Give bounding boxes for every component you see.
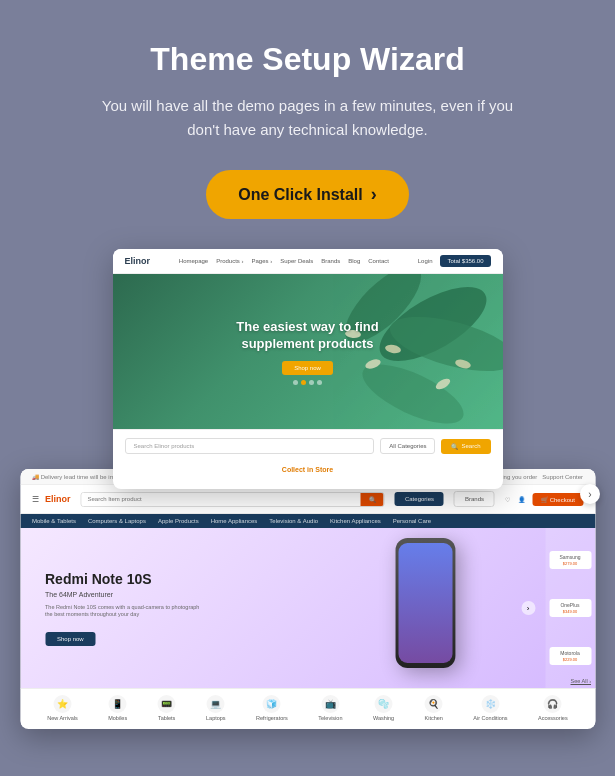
subnav-kitchen-app: Kitchen Appliances: [330, 518, 381, 524]
carousel-dots: [133, 380, 483, 385]
product-strip-item-3: Motorola$229.00: [549, 647, 591, 665]
subnav-tv: Television & Audio: [269, 518, 318, 524]
supplement-navbar: Elinor Homepage Products › Pages › Super…: [113, 249, 503, 274]
supplement-hero-banner: The easiest way to findsupplement produc…: [113, 274, 503, 429]
electronics-hero-desc: The Redmi Note 10S comes with a quad-cam…: [45, 604, 205, 619]
electronics-navbar: ☰ Elinor 🔍 Categories Brands ♡ 👤 🛒 Check…: [20, 485, 595, 514]
subnav-personal: Personal Care: [393, 518, 431, 524]
electronics-subnav: Mobile & Tablets Computers & Laptops App…: [20, 514, 595, 528]
hero-subtitle: You will have all the demo pages in a fe…: [88, 94, 528, 142]
hamburger-icon: ☰: [32, 495, 39, 504]
product-strip-item-1: Samsung$279.00: [549, 551, 591, 569]
category-mobiles: 📱 Mobiles: [108, 695, 127, 721]
page-title: Theme Setup Wizard: [60, 40, 555, 78]
new-arrivals-icon: ⭐: [54, 695, 72, 713]
dot-1: [293, 380, 298, 385]
refrigerators-icon: 🧊: [263, 695, 281, 713]
wishlist-icon: ♡: [505, 496, 510, 503]
electronics-search-bar: 🔍: [81, 492, 385, 507]
electronics-shop-button: Shop now: [45, 632, 96, 646]
supplement-search-button: 🔍 Search: [441, 439, 490, 454]
supplement-nav-right: Login Total $356.00: [418, 255, 491, 267]
supplement-hero-title: The easiest way to findsupplement produc…: [133, 319, 483, 353]
mobiles-icon: 📱: [109, 695, 127, 713]
shop-now-button: Shop now: [282, 361, 333, 375]
product-strip: Samsung$279.00 OnePlus$349.00 Motorola$2…: [545, 528, 595, 688]
kitchen-icon: 🍳: [425, 695, 443, 713]
category-accessories: 🎧 Accessories: [538, 695, 568, 721]
electronics-cart-button: 🛒 Checkout: [533, 493, 583, 506]
electronics-nav-left: ☰ Elinor: [32, 494, 71, 504]
tablets-icon: 📟: [158, 695, 176, 713]
electronics-search-button: 🔍: [361, 493, 384, 506]
dot-2: [301, 380, 306, 385]
carousel-next-arrow[interactable]: ›: [580, 484, 600, 504]
product-strip-item-2: OnePlus$349.00: [549, 599, 591, 617]
preview-area: Elinor Homepage Products › Pages › Super…: [20, 249, 595, 739]
electronics-hero-title: Redmi Note 10S: [45, 571, 205, 587]
television-icon: 📺: [321, 695, 339, 713]
supplement-category-select: All Categories: [380, 438, 435, 454]
install-button-label: One Click Install: [238, 186, 362, 204]
supplement-hero-text: The easiest way to findsupplement produc…: [133, 319, 483, 385]
dot-3: [309, 380, 314, 385]
preview-electronics-store: 🚚 Delivery lead time will be impacted du…: [20, 469, 595, 729]
supplement-logo: Elinor: [125, 256, 151, 266]
preview-supplement-store: Elinor Homepage Products › Pages › Super…: [113, 249, 503, 489]
see-all-link: See All ›: [571, 678, 591, 684]
phone-body: [395, 538, 455, 668]
category-new-arrivals: ⭐ New Arrivals: [47, 695, 78, 721]
circle-nav: ›: [521, 601, 535, 615]
category-air-conditions: ❄️ Air Conditions: [473, 695, 507, 721]
cart-button: Total $356.00: [440, 255, 490, 267]
brands-button: Brands: [454, 491, 495, 507]
accessories-icon: 🎧: [544, 695, 562, 713]
washing-icon: 🫧: [374, 695, 392, 713]
electronics-hero-banner: Redmi Note 10S The 64MP Adventurer The R…: [20, 528, 595, 688]
subnav-computers: Computers & Laptops: [88, 518, 146, 524]
subnav-mobiles: Mobile & Tablets: [32, 518, 76, 524]
phone-screen: [398, 543, 452, 663]
subnav-home-app: Home Appliances: [211, 518, 258, 524]
phone-mockup: [395, 538, 475, 678]
electronics-logo: Elinor: [45, 494, 71, 504]
hero-section: Theme Setup Wizard You will have all the…: [0, 0, 615, 249]
subnav-apple: Apple Products: [158, 518, 199, 524]
electronics-hero-text: Redmi Note 10S The 64MP Adventurer The R…: [45, 571, 205, 646]
electronics-hero-subtitle: The 64MP Adventurer: [45, 591, 205, 598]
collect-in-store-bar: Collect in Store: [113, 462, 503, 477]
supplement-nav-links: Homepage Products › Pages › Super Deals …: [179, 258, 389, 264]
air-conditions-icon: ❄️: [481, 695, 499, 713]
electronics-search-input[interactable]: [82, 493, 361, 506]
bottom-category-icons: ⭐ New Arrivals 📱 Mobiles 📟 Tablets 💻 Lap…: [20, 688, 595, 727]
category-refrigerators: 🧊 Refrigerators: [256, 695, 288, 721]
category-kitchen: 🍳 Kitchen: [425, 695, 443, 721]
user-icon: 👤: [518, 496, 525, 503]
install-button[interactable]: One Click Install ›: [206, 170, 408, 219]
login-label: Login: [418, 258, 433, 264]
supplement-search-bar: Search Elinor products All Categories 🔍 …: [113, 429, 503, 462]
categories-button: Categories: [395, 492, 444, 506]
laptops-icon: 💻: [207, 695, 225, 713]
category-tablets: 📟 Tablets: [158, 695, 176, 721]
electronics-nav-icons: ♡ 👤 🛒 Checkout: [505, 493, 583, 506]
chevron-right-icon: ›: [371, 184, 377, 205]
category-laptops: 💻 Laptops: [206, 695, 226, 721]
search-icon: 🔍: [451, 443, 458, 450]
supplement-search-input: Search Elinor products: [125, 438, 375, 454]
category-television: 📺 Television: [318, 695, 342, 721]
category-washing: 🫧 Washing: [373, 695, 394, 721]
dot-4: [317, 380, 322, 385]
